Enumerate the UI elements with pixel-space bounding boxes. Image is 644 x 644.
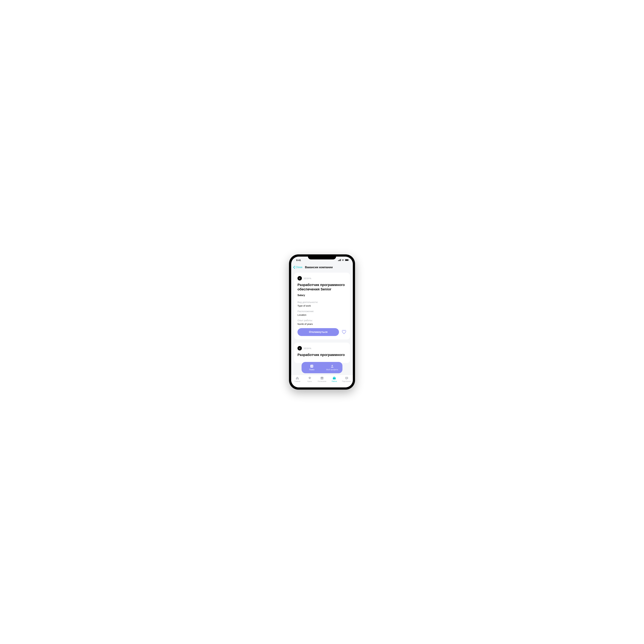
briefcase-icon [332,376,336,380]
tab-home[interactable]: Главная [292,376,303,382]
tab-work-label: Работа [332,380,337,382]
chevron-left-icon [293,266,295,269]
phone-frame: 9:41 Close Вакансии компан [289,254,355,390]
svg-rect-10 [311,366,311,366]
svg-rect-3 [340,259,341,261]
company-logo: ₿ [297,346,302,350]
company-row: ₿ ЗЕБРА [297,346,347,350]
svg-rect-1 [339,260,339,261]
phone-screen: 9:41 Close Вакансии компан [291,257,353,387]
svg-rect-16 [321,377,323,378]
floating-profile-label: Мой профиль [326,369,338,371]
heart-icon [342,330,346,334]
home-icon [295,376,299,380]
svg-rect-5 [345,259,348,261]
job-card: ₿ ЗЕБРА Разработчик программного обеспеч… [294,273,350,339]
activity-label: Вид деятельности: [297,301,347,303]
svg-rect-0 [338,260,339,261]
status-bar: 9:41 [291,257,353,264]
svg-rect-20 [334,377,335,378]
actions-row: Откликнуться [297,328,347,336]
tab-courses[interactable]: Курсы [304,376,315,382]
tab-overheard-label: Подслушано [342,380,351,382]
location-label: Расположение: [297,310,347,313]
job-title: Разработчик программного [297,353,347,357]
location-value: Location [297,314,347,316]
svg-rect-6 [349,260,349,260]
floating-search-button[interactable]: Поиск [302,362,322,373]
svg-rect-13 [312,367,313,367]
company-name: ЗЕБРА [303,347,311,350]
floating-profile-button[interactable]: Мой профиль [322,362,342,373]
apply-button[interactable]: Откликнуться [297,328,339,336]
status-indicators [338,259,349,261]
wifi-icon [342,259,344,261]
job-salary: Salary [297,294,347,297]
svg-point-14 [332,365,333,366]
user-icon [330,364,334,368]
svg-rect-8 [311,365,311,366]
experience-label: Опыт работы: [297,319,347,322]
graduation-icon [308,376,312,380]
page-title: Вакансии компании [305,266,333,269]
job-card: ₿ ЗЕБРА Разработчик программного [294,343,350,363]
svg-rect-17 [321,377,322,377]
favorite-button[interactable] [341,330,347,335]
svg-rect-21 [333,378,336,378]
back-button[interactable]: Close [293,266,302,269]
status-time: 9:41 [295,259,301,261]
back-label: Close [296,266,302,269]
svg-rect-9 [312,365,313,366]
tab-schedule[interactable]: Расписание [316,376,328,382]
cellular-icon [338,259,341,261]
tab-schedule-label: Расписание [318,380,326,382]
company-name: ЗЕБРА [303,277,311,280]
svg-rect-22 [345,377,348,379]
tab-courses-label: Курсы [307,380,312,382]
tab-overheard[interactable]: Подслушано [341,376,352,382]
list-icon [310,364,314,368]
nav-bar: Close Вакансии компании [291,264,353,271]
floating-search-label: Поиск [309,369,314,371]
chat-icon [345,376,349,380]
company-row: ₿ ЗЕБРА [297,276,347,280]
svg-rect-2 [340,259,340,261]
activity-value: Type of work [297,304,347,307]
svg-rect-24 [346,378,347,378]
company-logo: ₿ [297,276,302,280]
experience-value: Numb of years [297,323,347,325]
battery-icon [345,259,349,261]
svg-rect-23 [346,378,347,378]
floating-action-bar: Поиск Мой профиль [302,362,342,373]
tab-home-label: Главная [294,380,300,382]
svg-rect-18 [322,377,323,377]
calendar-icon [320,376,324,380]
job-title: Разработчик программного обеспечения Sen… [297,283,347,291]
svg-rect-12 [311,367,311,367]
svg-rect-11 [312,366,313,366]
tab-bar: Главная Курсы Расписание Работа [291,375,353,387]
tab-work[interactable]: Работа [329,376,340,382]
